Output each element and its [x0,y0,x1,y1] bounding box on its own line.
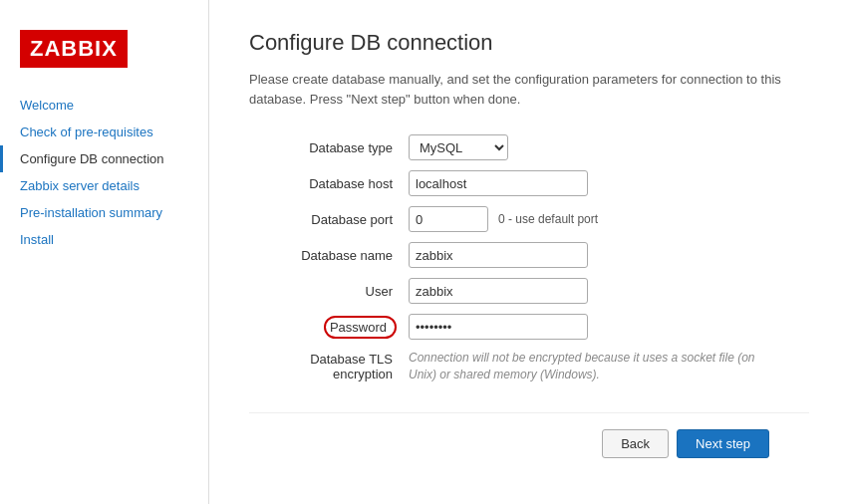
sidebar-nav: Welcome Check of pre-requisites Configur… [0,92,208,253]
user-input[interactable] [409,278,588,304]
page-description: Please create database manually, and set… [249,70,787,109]
tls-note: Connection will not be encrypted because… [409,350,767,383]
sidebar-link-welcome[interactable]: Welcome [0,92,208,119]
password-circle-highlight: Password [324,316,397,339]
database-host-label: Database host [249,176,409,191]
sidebar-item-configure-db[interactable]: Configure DB connection [0,145,208,172]
user-row: User [249,278,809,304]
password-label-container: Password [249,316,409,339]
sidebar-item-install[interactable]: Install [0,226,208,253]
password-label: Password [330,320,387,335]
database-name-row: Database name [249,242,809,268]
sidebar-item-server-details[interactable]: Zabbix server details [0,172,208,199]
main-content: Configure DB connection Please create da… [209,0,849,504]
database-type-label: Database type [249,140,409,155]
sidebar-item-welcome[interactable]: Welcome [0,92,208,119]
database-name-input[interactable] [409,242,588,268]
database-type-select[interactable]: MySQL PostgreSQL Oracle DB2 SQLite3 [409,134,508,160]
sidebar-link-install[interactable]: Install [0,226,208,253]
logo-container: ZABBIX [0,20,208,92]
sidebar-link-configure-db[interactable]: Configure DB connection [0,145,208,172]
sidebar-link-pre-installation[interactable]: Pre-installation summary [0,199,208,226]
sidebar: ZABBIX Welcome Check of pre-requisites C… [0,0,209,504]
tls-row: Database TLS encryption Connection will … [249,350,809,383]
back-button[interactable]: Back [602,429,669,458]
tls-label: Database TLS encryption [249,350,409,381]
database-host-row: Database host [249,170,809,196]
page-title: Configure DB connection [249,30,809,56]
database-type-row: Database type MySQL PostgreSQL Oracle DB… [249,134,809,160]
sidebar-link-server-details[interactable]: Zabbix server details [0,172,208,199]
password-input[interactable] [409,314,588,340]
sidebar-link-prerequisites[interactable]: Check of pre-requisites [0,119,208,145]
database-port-input[interactable] [409,206,488,232]
database-port-label: Database port [249,212,409,227]
user-label: User [249,284,409,299]
port-hint: 0 - use default port [498,212,598,226]
sidebar-item-pre-installation[interactable]: Pre-installation summary [0,199,208,226]
sidebar-item-prerequisites[interactable]: Check of pre-requisites [0,119,208,145]
database-name-label: Database name [249,248,409,263]
next-step-button[interactable]: Next step [677,429,769,458]
zabbix-logo: ZABBIX [20,30,128,68]
footer: Back Next step [249,412,809,474]
database-port-row: Database port 0 - use default port [249,206,809,232]
password-row: Password [249,314,809,340]
database-host-input[interactable] [409,170,588,196]
